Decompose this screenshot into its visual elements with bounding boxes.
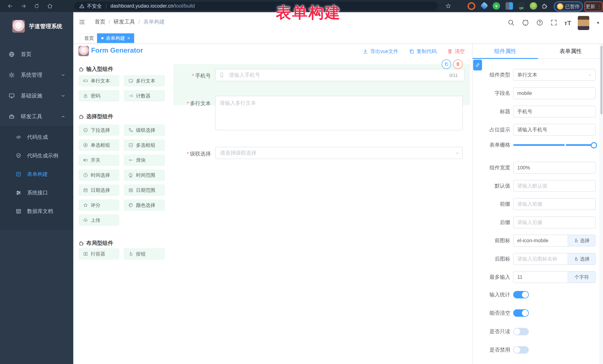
breadcrumb-devtools[interactable]: 研发工具 — [114, 18, 135, 26]
maxlength-input[interactable] — [513, 271, 568, 283]
component-radio-group[interactable]: 单选框组 — [79, 140, 119, 151]
duplicate-field-button[interactable] — [441, 59, 451, 69]
suffix-icon-input[interactable] — [513, 253, 568, 265]
extension-icon[interactable] — [468, 2, 475, 10]
extension-icon[interactable] — [480, 2, 488, 10]
lock-icon — [83, 93, 88, 99]
browser-reload-icon[interactable] — [34, 3, 40, 9]
show-count-toggle[interactable] — [513, 291, 529, 298]
browser-home-icon[interactable] — [47, 3, 53, 9]
choose-prefix-icon-button[interactable]: 选择 — [568, 235, 596, 246]
bookmark-star-icon[interactable] — [445, 3, 451, 10]
tab-component-props[interactable]: 组件属性 — [473, 44, 538, 58]
component-time-range[interactable]: 时间范围 — [124, 170, 165, 181]
slider-handle[interactable] — [591, 142, 597, 148]
tab-form-props[interactable]: 表单属性 — [538, 44, 603, 58]
sidebar-item-codegen-demo[interactable]: 代码生成示例 — [0, 146, 73, 165]
mobile-input[interactable] — [215, 69, 465, 81]
not-secure-label[interactable]: 不安全 — [87, 3, 102, 10]
breadcrumb-home[interactable]: 首页 — [95, 18, 105, 26]
component-date-range[interactable]: 日期范围 — [124, 185, 165, 196]
disabled-toggle[interactable] — [513, 346, 529, 354]
textarea-field[interactable] — [215, 96, 463, 130]
component-button[interactable]: 按钮 — [124, 248, 165, 259]
component-upload[interactable]: 上传 — [79, 215, 119, 226]
component-rate[interactable]: 评分 — [79, 200, 119, 211]
prefix-input[interactable] — [513, 198, 596, 210]
prop-row-show-count: 输入统计 — [474, 289, 596, 301]
component-switch[interactable]: 开关 — [79, 154, 119, 166]
user-avatar[interactable] — [578, 16, 589, 30]
app-logo-row[interactable]: 芋道管理系统 — [0, 16, 73, 36]
component-slider[interactable]: 滑块 — [124, 154, 165, 166]
prefix-icon-input[interactable] — [513, 235, 568, 246]
clear-button[interactable]: 清空 — [447, 48, 465, 55]
font-size-icon[interactable]: тT — [564, 20, 571, 27]
placeholder-input[interactable] — [513, 124, 596, 136]
sidebar-item-codegen[interactable]: 代码生成 — [0, 128, 73, 146]
choose-suffix-icon-button[interactable]: 选择 — [568, 253, 596, 265]
sidebar-item-system[interactable]: 系统管理 — [0, 65, 73, 86]
component-select[interactable]: 下拉选择 — [79, 124, 119, 136]
component-checkbox-group[interactable]: 多选框组 — [124, 140, 165, 151]
github-icon[interactable] — [522, 19, 529, 27]
toolbox-icon — [9, 113, 15, 120]
sidebar-item-db-doc[interactable]: 数据库文档 — [0, 202, 73, 221]
tab-form-builder[interactable]: 表单构建 × — [97, 33, 134, 43]
properties-tabs: 组件属性 表单属性 — [473, 44, 603, 59]
tab-home[interactable]: 首页 — [80, 33, 98, 43]
scrollbar-thumb[interactable] — [600, 46, 603, 114]
component-cascader[interactable]: 级联选择 — [124, 124, 165, 136]
hamburger-icon[interactable] — [79, 19, 86, 26]
component-date-picker[interactable]: 日期选择 — [79, 185, 119, 196]
search-icon[interactable] — [508, 19, 515, 27]
prop-row-maxlength: 最多输入 个字符 — [474, 271, 596, 283]
counter-icon — [128, 93, 133, 99]
sidebar-item-label: 代码生成示例 — [27, 152, 58, 159]
clearable-toggle[interactable] — [513, 309, 529, 317]
component-color-picker[interactable]: 颜色选择 — [124, 200, 165, 211]
paused-extension-badge[interactable]: 已暂停 — [554, 1, 583, 11]
scrollbar-track[interactable] — [600, 44, 603, 364]
field-name-input[interactable] — [513, 87, 596, 99]
component-width-input[interactable] — [513, 162, 596, 174]
prop-row-default: 默认值 — [474, 180, 596, 192]
chevron-down-icon[interactable]: ▼ — [596, 21, 600, 25]
component-row-container[interactable]: 行容器 — [79, 248, 119, 259]
sidebar-item-devtools[interactable]: 研发工具 — [0, 106, 73, 127]
browser-back-icon[interactable] — [7, 3, 13, 9]
extension-icon[interactable]: v — [493, 2, 500, 10]
sidebar-item-form-builder[interactable]: 表单构建 — [0, 165, 73, 184]
qr-extension-icon[interactable]: QR — [518, 2, 525, 10]
extensions-puzzle-icon[interactable] — [541, 3, 549, 10]
extension-icon[interactable] — [530, 2, 537, 10]
close-icon[interactable]: × — [127, 36, 130, 41]
component-single-line-text[interactable]: 单行文本 — [79, 75, 119, 86]
component-counter[interactable]: 计数器 — [124, 90, 165, 101]
address-bar[interactable]: 不安全 dashboard.yudao.iocoder.cn/tool/buil… — [74, 2, 438, 10]
browser-update-button[interactable]: 更新 ⋮ — [584, 1, 603, 11]
extension-icon[interactable] — [506, 2, 513, 10]
component-type-select[interactable] — [513, 69, 596, 81]
suffix-input[interactable] — [513, 217, 596, 228]
title-input[interactable] — [513, 106, 596, 118]
export-vue-button[interactable]: 导出vue文件 — [362, 48, 398, 55]
delete-field-button[interactable] — [453, 59, 463, 69]
readonly-toggle[interactable] — [513, 328, 529, 335]
browser-forward-icon[interactable] — [20, 3, 27, 9]
sidebar-item-home[interactable]: 首页 — [0, 44, 73, 65]
sidebar-item-infra[interactable]: 基础设施 — [0, 86, 73, 106]
slider-track[interactable] — [513, 144, 596, 146]
sidebar-item-label: 基础设施 — [21, 92, 42, 99]
char-counter: 0/11 — [449, 73, 458, 78]
component-password[interactable]: 密码 — [79, 90, 119, 101]
help-icon[interactable] — [536, 19, 544, 27]
component-textarea[interactable]: 多行文本 — [124, 75, 165, 86]
copy-code-button[interactable]: 复制代码 — [409, 48, 437, 55]
sidebar-item-api[interactable]: 系统接口 — [0, 184, 73, 202]
cascader-field[interactable] — [215, 147, 463, 159]
component-time-picker[interactable]: 时间选择 — [79, 170, 119, 181]
paused-label: 已暂停 — [565, 3, 580, 10]
fullscreen-icon[interactable] — [550, 19, 557, 27]
default-value-input[interactable] — [513, 180, 596, 192]
